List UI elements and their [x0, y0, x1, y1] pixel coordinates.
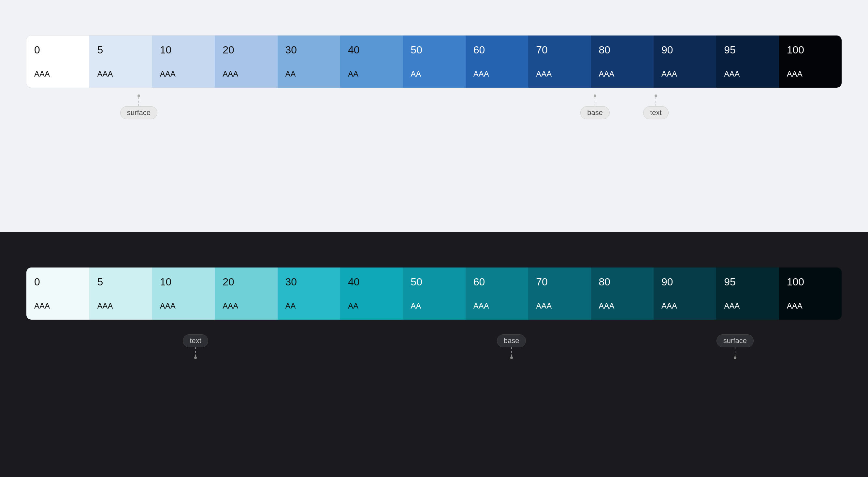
swatch-number: 60	[473, 277, 520, 287]
label-dot	[594, 94, 596, 97]
swatch-95: 95 AAA	[716, 35, 779, 88]
swatch-number: 100	[787, 277, 834, 287]
swatch-dark-95: 95 AAA	[716, 267, 779, 320]
swatch-number: 30	[285, 277, 332, 287]
swatch-rating: AAA	[473, 301, 520, 311]
swatch-dark-50: 50 AA	[403, 267, 465, 320]
swatch-dark-80: 80 AAA	[591, 267, 654, 320]
swatch-rating: AA	[410, 69, 458, 78]
swatch-rating: AA	[410, 301, 458, 311]
swatch-rating: AAA	[160, 69, 207, 78]
label-tag-dark: surface	[716, 334, 754, 347]
swatch-20: 20 AAA	[215, 35, 277, 88]
dark-palette-wrapper: 0 AAA 5 AAA 10 AAA 20 AAA 30 AA 40 AA 50…	[26, 267, 842, 359]
label-dot-line-dark	[510, 347, 513, 359]
swatch-number: 5	[97, 277, 144, 287]
swatch-rating: AAA	[599, 69, 646, 78]
swatch-70: 70 AAA	[528, 35, 591, 88]
label-dot-line	[137, 94, 140, 106]
swatch-90: 90 AAA	[654, 35, 716, 88]
label-dashed-line	[595, 97, 595, 106]
swatch-50: 50 AA	[403, 35, 465, 88]
swatch-rating: AAA	[787, 69, 834, 78]
swatch-dark-30: 30 AA	[278, 267, 340, 320]
label-tag: text	[643, 106, 668, 119]
swatch-rating: AAA	[724, 69, 771, 78]
swatch-number: 50	[410, 277, 458, 287]
swatch-number: 10	[160, 45, 207, 55]
label-surface: surface	[120, 94, 157, 119]
swatch-number: 95	[724, 45, 771, 55]
swatch-number: 70	[536, 45, 583, 55]
swatch-number: 30	[285, 45, 332, 55]
label-tag: base	[580, 106, 610, 119]
light-palette-wrapper: 0 AAA 5 AAA 10 AAA 20 AAA 30 AA 40 AA 50…	[26, 35, 842, 121]
dark-labels-row: text base surface	[26, 326, 842, 359]
swatch-rating: AA	[285, 301, 332, 311]
swatch-number: 40	[348, 277, 395, 287]
swatch-dark-40: 40 AA	[340, 267, 403, 320]
label-text: text	[643, 94, 668, 119]
swatch-0: 0 AAA	[26, 35, 89, 88]
swatch-80: 80 AAA	[591, 35, 654, 88]
swatch-dark-10: 10 AAA	[152, 267, 215, 320]
swatch-dark-90: 90 AAA	[654, 267, 716, 320]
swatch-rating: AAA	[222, 69, 270, 78]
swatch-60: 60 AAA	[466, 35, 528, 88]
swatch-rating: AA	[285, 69, 332, 78]
swatch-rating: AAA	[599, 301, 646, 311]
swatch-number: 70	[536, 277, 583, 287]
swatch-rating: AAA	[536, 69, 583, 78]
swatch-number: 20	[222, 45, 270, 55]
label-dot-dark	[734, 356, 736, 359]
swatch-number: 5	[97, 45, 144, 55]
label-dot-line-dark	[734, 347, 736, 359]
swatch-rating: AAA	[787, 301, 834, 311]
label-tag: surface	[120, 106, 157, 119]
swatch-dark-70: 70 AAA	[528, 267, 591, 320]
swatch-dark-0: 0 AAA	[26, 267, 89, 320]
label-dot	[655, 94, 657, 97]
label-dot-line-dark	[194, 347, 197, 359]
swatch-number: 0	[34, 45, 81, 55]
swatch-30: 30 AA	[278, 35, 340, 88]
label-dot-line	[655, 94, 657, 106]
swatch-rating: AAA	[473, 69, 520, 78]
label-base: base	[580, 94, 610, 119]
light-mode-section: 0 AAA 5 AAA 10 AAA 20 AAA 30 AA 40 AA 50…	[0, 0, 868, 232]
swatch-rating: AAA	[97, 69, 144, 78]
label-dot-line	[594, 94, 596, 106]
swatch-rating: AAA	[160, 301, 207, 311]
swatch-dark-60: 60 AAA	[466, 267, 528, 320]
label-dashed-line	[656, 97, 656, 106]
swatch-rating: AAA	[661, 69, 708, 78]
swatch-rating: AAA	[724, 301, 771, 311]
swatch-number: 10	[160, 277, 207, 287]
swatch-rating: AAA	[661, 301, 708, 311]
label-dark-surface: surface	[716, 334, 754, 359]
label-dashed-line-dark	[195, 347, 196, 356]
swatch-rating: AA	[348, 301, 395, 311]
swatch-number: 0	[34, 277, 81, 287]
swatch-number: 60	[473, 45, 520, 55]
swatch-dark-20: 20 AAA	[215, 267, 277, 320]
dark-palette-row: 0 AAA 5 AAA 10 AAA 20 AAA 30 AA 40 AA 50…	[26, 267, 842, 320]
label-tag-dark: text	[183, 334, 208, 347]
swatch-40: 40 AA	[340, 35, 403, 88]
swatch-number: 100	[787, 45, 834, 55]
label-tag-dark: base	[497, 334, 526, 347]
swatch-number: 80	[599, 45, 646, 55]
label-dashed-line	[138, 97, 139, 106]
swatch-rating: AAA	[97, 301, 144, 311]
light-palette-row: 0 AAA 5 AAA 10 AAA 20 AAA 30 AA 40 AA 50…	[26, 35, 842, 88]
swatch-dark-100: 100 AAA	[779, 267, 842, 320]
swatch-number: 50	[410, 45, 458, 55]
swatch-number: 80	[599, 277, 646, 287]
swatch-rating: AAA	[536, 301, 583, 311]
swatch-number: 95	[724, 277, 771, 287]
swatch-rating: AAA	[222, 301, 270, 311]
swatch-number: 40	[348, 45, 395, 55]
swatch-rating: AAA	[34, 69, 81, 78]
swatch-100: 100 AAA	[779, 35, 842, 88]
swatch-number: 90	[661, 277, 708, 287]
